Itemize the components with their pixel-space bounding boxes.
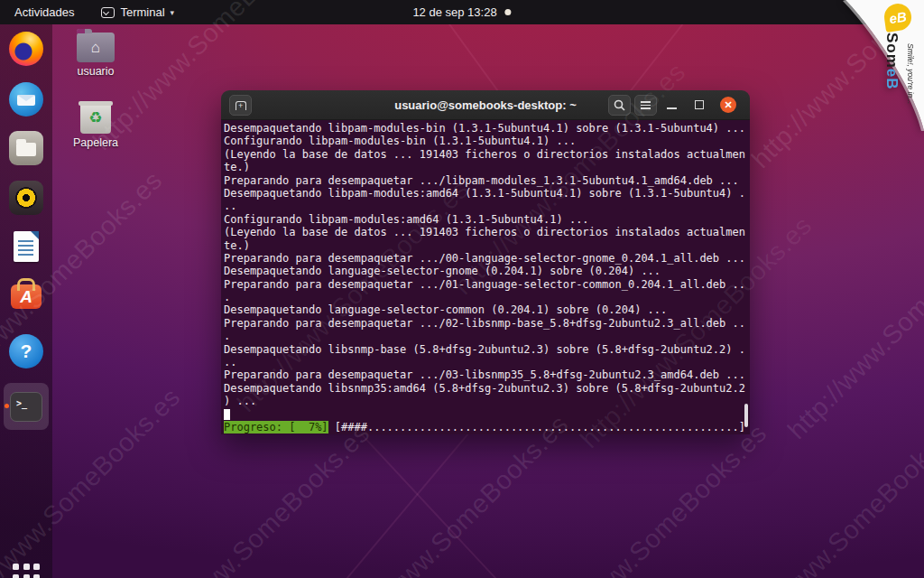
chevron-down-icon: ▾ — [171, 8, 175, 17]
notification-dot-icon — [505, 9, 512, 15]
terminal-line: (Leyendo la base de datos ... 191403 fic… — [224, 226, 750, 238]
grid-dot — [13, 574, 19, 578]
terminal-line: ) ... — [224, 395, 750, 407]
terminal-icon: >_ — [10, 392, 42, 422]
search-button[interactable] — [608, 95, 631, 116]
terminal-line: Desempaquetando language-selector-gnome … — [224, 265, 750, 277]
dock-item-thunderbird[interactable] — [9, 82, 43, 117]
thunderbird-icon — [9, 82, 43, 117]
terminal-titlebar[interactable]: usuario@somebooks-desktop: ~ ✕ — [221, 90, 750, 120]
progress-label: Progreso: [ 7%] — [224, 421, 328, 434]
watermark-text: http://www.SomeBooks.es — [728, 409, 924, 578]
terminal-line: Desempaquetando libpam-modules-bin (1.3.… — [224, 122, 750, 135]
terminal-line: Preparando para desempaquetar .../01-lan… — [224, 278, 750, 291]
terminal-line: Desempaquetando libsnmp-base (5.8+dfsg-2… — [224, 343, 750, 356]
envelope-icon — [17, 95, 35, 106]
maximize-button[interactable] — [695, 100, 704, 109]
dock-item-ubuntu-software[interactable]: A — [9, 276, 43, 311]
terminal-line: Preparando para desempaquetar .../03-lib… — [224, 368, 750, 381]
top-bar: Actividades Terminal ▾ 12 de sep 13:28 — [0, 0, 924, 24]
new-tab-button[interactable] — [229, 95, 252, 116]
eb-logo-text: eB — [888, 8, 907, 26]
progress-bar-text: [####...................................… — [328, 421, 745, 434]
running-indicator-dot — [5, 404, 9, 408]
firefox-icon — [9, 32, 43, 66]
desktop-icon-usuario[interactable]: ⌂ usuario — [69, 27, 123, 78]
show-applications-button[interactable] — [13, 564, 41, 578]
dock-item-libreoffice-writer[interactable] — [9, 229, 43, 264]
brand-prefix: Som — [883, 33, 901, 69]
help-icon: ? — [9, 334, 43, 368]
grid-dot — [33, 574, 40, 578]
terminal-content[interactable]: Desempaquetando libpam-modules-bin (1.3.… — [221, 120, 750, 434]
recycle-glyph: ♻ — [88, 110, 102, 126]
app-menu-label: Terminal — [120, 5, 164, 19]
minimize-icon — [667, 107, 677, 109]
clock-label: 12 de sep 13:28 — [412, 5, 496, 19]
home-glyph: ⌂ — [91, 40, 100, 55]
software-a-glyph: A — [20, 288, 32, 305]
terminal-line: te.) — [224, 239, 750, 252]
terminal-line: Desempaquetando language-selector-common… — [224, 303, 750, 316]
question-mark-glyph: ? — [21, 340, 32, 362]
terminal-line: Preparando para desempaquetar .../00-lan… — [224, 252, 750, 265]
watermark-text: http://www.SomeBooks.es — [530, 418, 773, 578]
ubuntu-software-icon: A — [11, 284, 42, 309]
terminal-line: . — [224, 330, 750, 342]
terminal-line: Preparando para desempaquetar .../libpam… — [224, 174, 750, 187]
somebooks-corner-badge: eB SomeB Smile!, you're in... — [838, 0, 924, 131]
terminal-line: Desempaquetando libpam-modules:amd64 (1.… — [224, 187, 750, 200]
dock-item-rhythmbox[interactable] — [9, 181, 43, 215]
search-icon — [614, 99, 625, 111]
terminal-line: .. — [224, 356, 750, 368]
desktop-icon-label: usuario — [69, 65, 123, 78]
home-folder-icon: ⌂ — [77, 33, 115, 62]
desktop-icon-label: Papelera — [69, 136, 123, 149]
terminal-line: Preparando para desempaquetar .../02-lib… — [224, 317, 750, 330]
terminal-window: usuario@somebooks-desktop: ~ ✕ Desempaqu… — [221, 90, 750, 434]
files-icon — [9, 131, 43, 165]
grid-dot — [23, 564, 30, 570]
terminal-line: (Leyendo la base de datos ... 191403 fic… — [224, 148, 750, 161]
close-button[interactable]: ✕ — [720, 97, 736, 113]
trash-icon: ♻ — [80, 101, 111, 134]
activities-button[interactable]: Actividades — [9, 5, 79, 19]
rhythmbox-icon — [9, 181, 43, 215]
watermark-text: http://www.SomeBooks.es — [133, 418, 376, 578]
hamburger-menu-icon — [641, 101, 651, 109]
menu-button[interactable] — [634, 95, 657, 116]
terminal-line: Desempaquetando libsnmp35:amd64 (5.8+dfs… — [224, 382, 750, 395]
dock-item-terminal[interactable]: >_ — [4, 383, 49, 430]
terminal-cursor — [224, 409, 230, 420]
grid-dot — [13, 564, 19, 570]
brand-tagline: Smile!, you're in... — [906, 43, 915, 104]
minimize-button[interactable] — [667, 100, 677, 110]
terminal-line: te.) — [224, 161, 750, 173]
terminal-line: .. — [224, 200, 750, 212]
desktop-icon-papelera[interactable]: ♻ Papelera — [69, 101, 123, 149]
cursor-line — [224, 408, 750, 421]
progress-line: Progreso: [ 7%] [####...................… — [224, 421, 750, 434]
brand-suffix: eB — [883, 69, 901, 90]
new-tab-icon — [236, 101, 246, 110]
terminal-line: Configurando libpam-modules:amd64 (1.3.1… — [224, 213, 750, 226]
close-icon: ✕ — [724, 100, 732, 110]
brand-text: SomeB — [882, 33, 901, 90]
grid-dot — [23, 574, 30, 578]
watermark-text: http://www.SomeBooks.es — [782, 201, 924, 445]
dock: A ? >_ — [0, 24, 52, 578]
terminal-line: . — [224, 291, 750, 303]
grid-dot — [33, 564, 40, 570]
terminal-mini-icon — [101, 7, 115, 18]
libreoffice-writer-icon — [14, 231, 39, 262]
app-menu-terminal[interactable]: Terminal ▾ — [101, 5, 174, 19]
clock-menu[interactable]: 12 de sep 13:28 — [412, 5, 511, 19]
scrollbar-thumb[interactable] — [744, 404, 748, 427]
prompt-glyph: >_ — [16, 398, 27, 409]
dock-item-files[interactable] — [9, 131, 43, 165]
dock-item-help[interactable]: ? — [9, 334, 43, 368]
terminal-line: Configurando libpam-modules-bin (1.3.1-5… — [224, 135, 750, 147]
dock-item-firefox[interactable] — [9, 32, 43, 66]
